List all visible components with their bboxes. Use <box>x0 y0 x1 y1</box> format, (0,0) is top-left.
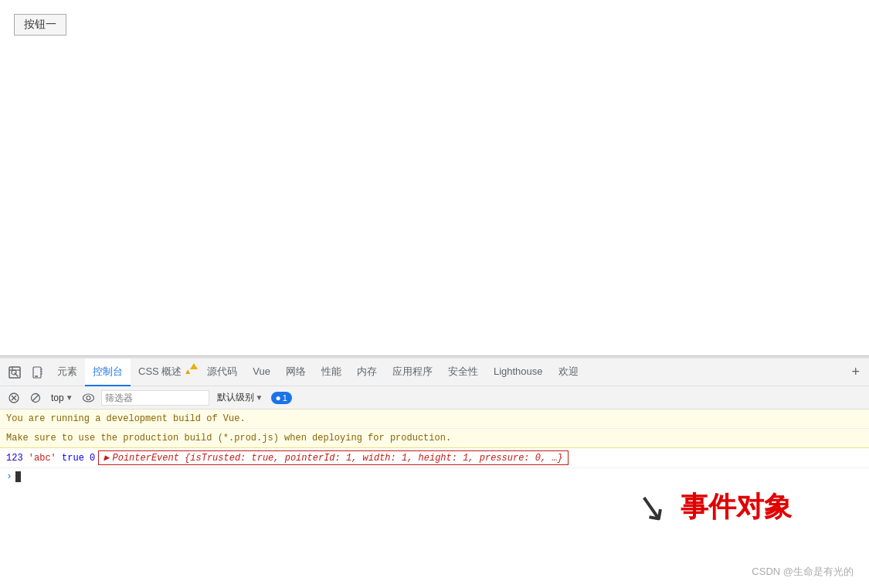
error-badge: ● 1 <box>271 392 292 404</box>
tab-add[interactable]: + <box>845 359 866 386</box>
pointer-event-expandable[interactable]: ▶ PointerEvent {isTrusted: true, pointer… <box>98 450 569 465</box>
tab-security[interactable]: 安全性 <box>440 359 486 386</box>
tab-welcome[interactable]: 欢迎 <box>551 359 586 386</box>
log-level-selector[interactable]: 默认级别 ▼ <box>212 389 268 406</box>
console-toolbar: top ▼ 默认级别 ▼ ● 1 <box>0 386 869 410</box>
css-warning-icon: ▲ <box>184 367 192 376</box>
clear-console-button[interactable] <box>5 389 23 407</box>
context-label: top <box>51 393 64 403</box>
console-message-warning-1: You are running a development build of V… <box>0 410 869 429</box>
log-prefix: 123 'abc' true 0 <box>6 453 95 464</box>
tab-memory[interactable]: 内存 <box>349 359 385 386</box>
context-selector[interactable]: top ▼ <box>48 391 76 405</box>
tab-elements[interactable]: 元素 <box>49 359 85 386</box>
log-level-arrow: ▼ <box>256 393 263 402</box>
tab-performance[interactable]: 性能 <box>314 359 349 386</box>
console-prompt[interactable]: › <box>0 468 869 484</box>
log-level-label: 默认级别 <box>217 391 254 404</box>
watermark: CSDN @生命是有光的 <box>752 565 854 579</box>
prompt-arrow-icon: › <box>6 471 12 482</box>
cursor <box>15 471 21 482</box>
svg-point-3 <box>12 370 16 375</box>
devtools-panel: 元素 控制台 CSS 概述 ▲ 源代码 Vue 网络 性能 内存 应用程序 安全… <box>0 355 869 588</box>
tab-icon-inspect[interactable] <box>3 359 26 386</box>
tab-css-overview[interactable]: CSS 概述 ▲ <box>131 359 199 386</box>
context-dropdown-arrow: ▼ <box>66 393 73 402</box>
devtools-tabs: 元素 控制台 CSS 概述 ▲ 源代码 Vue 网络 性能 内存 应用程序 安全… <box>0 359 869 386</box>
annotation: ↘ 事件对象 <box>636 488 792 526</box>
eye-icon-button[interactable] <box>80 389 98 407</box>
main-page: 按钮一 <box>0 0 869 355</box>
annotation-arrow: ↘ <box>633 487 670 529</box>
svg-point-14 <box>83 394 94 402</box>
tab-vue[interactable]: Vue <box>245 359 278 386</box>
console-log-row: 123 'abc' true 0 ▶ PointerEvent {isTrust… <box>0 448 869 468</box>
svg-point-15 <box>87 396 90 399</box>
error-dot-icon: ● <box>276 393 281 403</box>
tab-sources[interactable]: 源代码 <box>199 359 245 386</box>
tab-network[interactable]: 网络 <box>278 359 314 386</box>
pointer-event-text: PointerEvent {isTrusted: true, pointerId… <box>112 453 562 464</box>
console-message-warning-2: Make sure to use the production build (*… <box>0 429 869 448</box>
filter-input[interactable] <box>101 390 209 406</box>
button-one[interactable]: 按钮一 <box>14 14 66 36</box>
svg-rect-0 <box>9 367 20 378</box>
annotation-text: 事件对象 <box>681 488 792 526</box>
expand-arrow-icon: ▶ <box>104 452 109 464</box>
tab-console[interactable]: 控制台 <box>85 359 131 386</box>
tab-icon-device[interactable] <box>26 359 49 386</box>
tab-lighthouse[interactable]: Lighthouse <box>486 359 551 386</box>
error-count: 1 <box>283 393 287 403</box>
no-filter-button[interactable] <box>26 389 45 407</box>
svg-line-13 <box>32 395 39 401</box>
tab-application[interactable]: 应用程序 <box>385 359 440 386</box>
